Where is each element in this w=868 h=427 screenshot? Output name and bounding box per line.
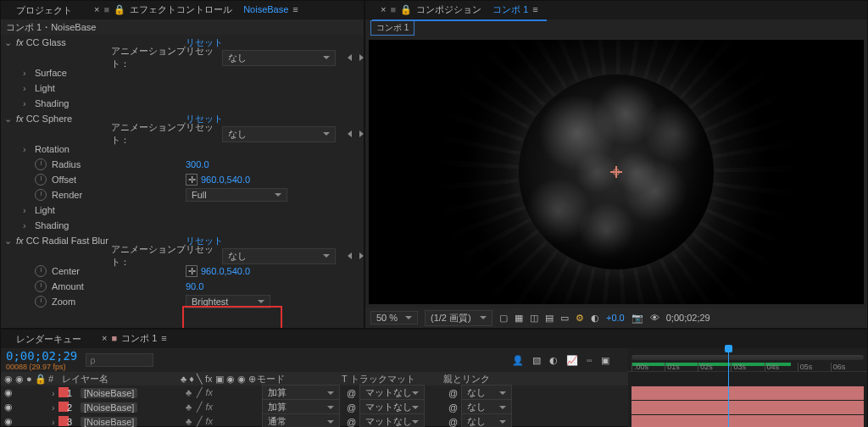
amount-value[interactable]: 90.0 bbox=[186, 281, 364, 291]
prev-preset-button[interactable] bbox=[348, 252, 352, 259]
layer-row[interactable]: ◉›2[NoiseBase]♣ ╱ fx加算@マットなし@なし bbox=[1, 400, 628, 414]
twirl-icon[interactable]: › bbox=[23, 68, 31, 78]
composition-tab[interactable]: × ■ 🔒 コンポジション コンポ 1 ≡ bbox=[372, 0, 547, 21]
zoom-dropdown[interactable]: Brightest bbox=[186, 295, 270, 308]
crosshair-icon[interactable]: ✛ bbox=[186, 265, 198, 277]
preset-dropdown[interactable]: なし bbox=[222, 50, 336, 66]
quality-dropdown[interactable]: (1/2 画質) bbox=[425, 310, 492, 326]
stopwatch-icon[interactable] bbox=[35, 280, 47, 292]
twirl-icon[interactable]: › bbox=[23, 220, 31, 230]
timeline-comp-tab[interactable]: × ■ コンポ 1 ≡ bbox=[93, 329, 175, 350]
lock-icon[interactable]: 🔒 bbox=[114, 4, 125, 15]
render-dropdown[interactable]: Full bbox=[186, 188, 287, 202]
search-input[interactable] bbox=[86, 353, 153, 367]
pickwhip-icon[interactable]: @ bbox=[347, 388, 356, 398]
fx-badge-icon[interactable]: fx bbox=[16, 236, 24, 246]
pickwhip-icon[interactable]: @ bbox=[448, 388, 458, 398]
proxy-icon[interactable]: ▣ bbox=[601, 355, 609, 366]
track-matte-dropdown[interactable]: マットなし bbox=[359, 413, 425, 427]
lock-icon[interactable]: 🔒 bbox=[400, 4, 412, 15]
twirl-icon[interactable]: › bbox=[23, 98, 31, 108]
col-parent[interactable]: 親とリンク bbox=[443, 373, 545, 385]
snap-icon[interactable]: ⎓ bbox=[587, 355, 593, 365]
graph-editor-icon[interactable]: 📈 bbox=[566, 355, 578, 366]
exposure-value[interactable]: +0.0 bbox=[606, 313, 625, 323]
blend-mode-dropdown[interactable]: 通常 bbox=[262, 413, 340, 427]
preset-dropdown[interactable]: なし bbox=[222, 126, 336, 142]
panel-menu-icon[interactable]: ≡ bbox=[532, 4, 537, 14]
layer-name[interactable]: [NoiseBase] bbox=[81, 402, 137, 413]
stopwatch-icon[interactable] bbox=[35, 158, 47, 170]
timeline-timecode[interactable]: 0;00;02;29 bbox=[6, 349, 77, 363]
pickwhip-icon[interactable]: @ bbox=[347, 417, 356, 427]
work-area-bar[interactable] bbox=[632, 355, 864, 360]
radius-value[interactable]: 300.0 bbox=[186, 159, 364, 169]
layer-duration-bar[interactable] bbox=[632, 415, 864, 427]
layer-duration-bar[interactable] bbox=[632, 401, 864, 414]
zoom-dropdown[interactable]: 50 % bbox=[370, 311, 418, 324]
effect-name-cc-rfb[interactable]: CC Radial Fast Blur bbox=[26, 236, 108, 246]
twirl-icon[interactable]: › bbox=[23, 144, 31, 154]
viewer-timecode[interactable]: 0;00;02;29 bbox=[666, 313, 710, 323]
twirl-icon[interactable]: ⌄ bbox=[4, 37, 13, 48]
crosshair-icon[interactable]: ✛ bbox=[186, 174, 198, 186]
effect-name-cc-glass[interactable]: CC Glass bbox=[26, 37, 66, 47]
group-light[interactable]: Light bbox=[35, 205, 55, 215]
stopwatch-icon[interactable] bbox=[35, 296, 47, 308]
stopwatch-icon[interactable] bbox=[35, 265, 47, 277]
layer-name[interactable]: [NoiseBase] bbox=[81, 388, 137, 398]
group-light[interactable]: Light bbox=[35, 83, 55, 93]
group-shading[interactable]: Shading bbox=[35, 98, 69, 108]
close-icon[interactable]: × bbox=[102, 333, 107, 343]
next-preset-button[interactable] bbox=[359, 130, 364, 137]
offset-value[interactable]: 960.0,540.0 bbox=[201, 175, 250, 185]
render-queue-tab[interactable]: レンダーキュー bbox=[8, 330, 90, 349]
layer-row[interactable]: ◉›1[NoiseBase]♣ ╱ fx加算@マットなし@なし bbox=[1, 385, 628, 400]
anchor-point-icon[interactable] bbox=[610, 166, 622, 178]
layer-row[interactable]: ◉›3[NoiseBase]♣ ╱ fx通常@マットなし@なし bbox=[1, 414, 628, 427]
next-preset-button[interactable] bbox=[359, 54, 364, 61]
mask-icon[interactable]: ◫ bbox=[530, 313, 538, 324]
col-track[interactable]: T トラックマット bbox=[342, 373, 443, 385]
guides-icon[interactable]: ▤ bbox=[545, 313, 554, 324]
snapshot-icon[interactable]: 📷 bbox=[632, 313, 643, 324]
layer-duration-bar[interactable] bbox=[632, 386, 864, 400]
group-rotation[interactable]: Rotation bbox=[35, 144, 70, 154]
transparency-grid-icon[interactable]: ▦ bbox=[515, 313, 523, 324]
effect-name-cc-sphere[interactable]: CC Sphere bbox=[26, 114, 72, 124]
prev-preset-button[interactable] bbox=[348, 130, 352, 137]
pickwhip-icon[interactable]: @ bbox=[347, 402, 356, 413]
stopwatch-icon[interactable] bbox=[35, 189, 47, 201]
visibility-icon[interactable]: ◉ bbox=[4, 387, 13, 397]
layer-name[interactable]: [NoiseBase] bbox=[81, 417, 137, 427]
color-mgmt-icon[interactable]: ⚙ bbox=[576, 313, 584, 324]
viewer-canvas[interactable] bbox=[369, 40, 864, 304]
twirl-icon[interactable]: ⌄ bbox=[4, 236, 13, 247]
shy-icon[interactable]: 👤 bbox=[512, 355, 524, 366]
visibility-icon[interactable]: ◉ bbox=[4, 402, 13, 412]
pickwhip-icon[interactable]: @ bbox=[448, 402, 458, 413]
motion-blur-icon[interactable]: ◐ bbox=[549, 355, 558, 366]
group-shading[interactable]: Shading bbox=[35, 220, 69, 230]
visibility-icon[interactable]: ◉ bbox=[4, 416, 13, 426]
fx-badge-icon[interactable]: fx bbox=[16, 37, 24, 47]
col-mode[interactable]: モード bbox=[257, 373, 342, 385]
preset-dropdown[interactable]: なし bbox=[222, 248, 336, 264]
channel-icon[interactable]: ▭ bbox=[560, 313, 569, 324]
col-num[interactable]: # bbox=[48, 374, 62, 384]
current-time-indicator[interactable] bbox=[728, 348, 729, 427]
twirl-icon[interactable]: › bbox=[23, 83, 31, 93]
center-value[interactable]: 960.0,540.0 bbox=[201, 266, 250, 276]
frame-info[interactable]: 00088 (29.97 fps) bbox=[6, 363, 77, 371]
close-icon[interactable]: × bbox=[381, 4, 386, 14]
effect-controls-tab[interactable]: × ■ 🔒 エフェクトコントロール NoiseBase ≡ bbox=[86, 0, 307, 21]
next-preset-button[interactable] bbox=[359, 252, 364, 259]
region-icon[interactable]: ▢ bbox=[499, 313, 508, 324]
reset-exposure-icon[interactable]: ◐ bbox=[591, 313, 599, 324]
twirl-icon[interactable]: ⌄ bbox=[4, 114, 13, 125]
fx-badge-icon[interactable]: fx bbox=[16, 114, 24, 124]
close-icon[interactable]: × bbox=[94, 4, 99, 14]
show-snapshot-icon[interactable]: 👁 bbox=[650, 313, 659, 323]
stopwatch-icon[interactable] bbox=[35, 174, 47, 186]
comp-breadcrumb[interactable]: コンポ 1 bbox=[370, 20, 415, 36]
